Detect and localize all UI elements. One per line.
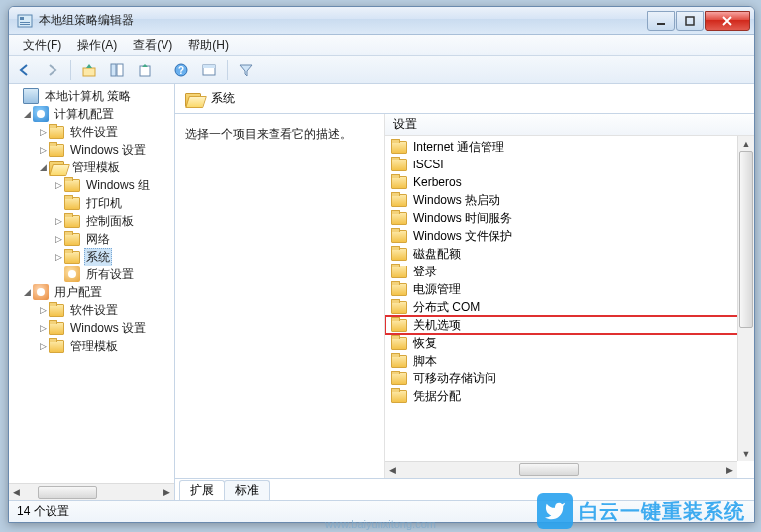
- svg-rect-4: [657, 23, 665, 25]
- svg-rect-8: [117, 64, 123, 76]
- list-item-label: Windows 时间服务: [413, 210, 512, 227]
- tree-printers[interactable]: 打印机: [9, 194, 174, 212]
- scroll-right-icon[interactable]: ▶: [722, 463, 737, 478]
- folder-open-icon: [49, 160, 66, 174]
- list-item[interactable]: iSCSI: [385, 156, 754, 173]
- up-level-button[interactable]: [77, 59, 101, 81]
- svg-rect-9: [140, 66, 150, 76]
- list-item-label: 电源管理: [413, 281, 461, 298]
- maximize-button[interactable]: [676, 11, 704, 31]
- minimize-button[interactable]: [647, 11, 675, 31]
- list-item-label: 分布式 COM: [413, 299, 480, 316]
- scroll-left-icon[interactable]: ◀: [9, 485, 24, 500]
- app-window: 本地组策略编辑器 文件(F) 操作(A) 查看(V) 帮助(H) ? 本地计算机…: [8, 6, 755, 523]
- settings-list[interactable]: Internet 通信管理iSCSIKerberosWindows 热启动Win…: [385, 136, 754, 407]
- help-button[interactable]: ?: [169, 59, 193, 81]
- close-button[interactable]: [705, 11, 750, 31]
- folder-open-icon: [185, 92, 203, 106]
- menu-view[interactable]: 查看(V): [125, 35, 180, 55]
- tree-windows-components[interactable]: ▷Windows 组: [9, 176, 174, 194]
- scrollbar-thumb[interactable]: [519, 463, 579, 476]
- back-button[interactable]: [13, 59, 37, 81]
- filter-button[interactable]: [234, 59, 258, 81]
- app-icon: [17, 13, 33, 29]
- list-item-label: Internet 通信管理: [413, 139, 504, 156]
- tree-root[interactable]: 本地计算机 策略: [9, 87, 174, 105]
- export-button[interactable]: [133, 59, 157, 81]
- tree-windows-settings-user[interactable]: ▷Windows 设置: [9, 319, 174, 337]
- list-item[interactable]: 登录: [385, 263, 754, 280]
- list-horizontal-scrollbar[interactable]: ◀ ▶: [385, 461, 737, 478]
- list-item[interactable]: Windows 时间服务: [385, 209, 754, 227]
- tree-admin-templates[interactable]: ◢管理模板: [9, 159, 174, 176]
- list-item[interactable]: Internet 通信管理: [385, 138, 754, 156]
- menu-help[interactable]: 帮助(H): [180, 35, 237, 55]
- list-item[interactable]: 脚本: [385, 352, 754, 370]
- list-item[interactable]: Windows 热启动: [385, 191, 754, 209]
- tree-admin-templates-user[interactable]: ▷管理模板: [9, 337, 174, 355]
- tree-computer-config[interactable]: ◢计算机配置: [9, 105, 174, 123]
- list-item[interactable]: Windows 文件保护: [385, 227, 754, 245]
- svg-rect-1: [20, 17, 24, 20]
- tree-control-panel[interactable]: ▷控制面板: [9, 212, 174, 230]
- tree-label: 所有设置: [84, 266, 136, 283]
- tree-software-settings-user[interactable]: ▷软件设置: [9, 301, 174, 319]
- list-item[interactable]: 电源管理: [385, 280, 754, 298]
- column-label: 设置: [393, 116, 417, 133]
- tree-user-config[interactable]: ◢用户配置: [9, 283, 174, 301]
- list-item[interactable]: 凭据分配: [385, 387, 754, 405]
- toolbar-separator: [163, 60, 163, 80]
- folder-icon: [64, 197, 80, 210]
- tree-horizontal-scrollbar[interactable]: ◀ ▶: [9, 483, 174, 500]
- list-body: Internet 通信管理iSCSIKerberosWindows 热启动Win…: [385, 136, 754, 478]
- tree-network[interactable]: ▷网络: [9, 230, 174, 248]
- tree-windows-settings[interactable]: ▷Windows 设置: [9, 141, 174, 159]
- scroll-down-icon[interactable]: ▼: [738, 446, 754, 461]
- list-item[interactable]: 关机选项: [385, 316, 754, 334]
- folder-icon: [64, 233, 80, 246]
- tab-standard[interactable]: 标准: [224, 480, 270, 500]
- svg-rect-5: [686, 17, 694, 25]
- tree-system[interactable]: ▷系统: [9, 248, 174, 266]
- tree-label: Windows 组: [84, 177, 152, 194]
- folder-icon: [49, 322, 64, 335]
- scrollbar-thumb[interactable]: [739, 151, 753, 328]
- tree-view[interactable]: 本地计算机 策略 ◢计算机配置 ▷软件设置 ▷Windows 设置 ◢管理模板 …: [9, 84, 174, 483]
- folder-icon: [49, 340, 64, 353]
- svg-text:?: ?: [178, 65, 184, 76]
- scroll-left-icon[interactable]: ◀: [385, 463, 400, 478]
- scrollbar-thumb[interactable]: [38, 486, 97, 499]
- menu-action[interactable]: 操作(A): [69, 35, 125, 55]
- list-item[interactable]: 分布式 COM: [385, 298, 754, 316]
- folder-icon: [391, 372, 407, 385]
- scroll-up-icon[interactable]: ▲: [738, 136, 754, 151]
- titlebar[interactable]: 本地组策略编辑器: [9, 7, 754, 35]
- folder-icon: [391, 390, 407, 403]
- list-item[interactable]: 磁盘配额: [385, 245, 754, 263]
- list-item[interactable]: Kerberos: [385, 173, 754, 191]
- tab-extended[interactable]: 扩展: [179, 480, 225, 500]
- folder-icon: [391, 159, 407, 171]
- list-item[interactable]: 恢复: [385, 334, 754, 352]
- toolbar-separator: [227, 60, 228, 80]
- svg-rect-6: [83, 68, 95, 76]
- list-item-label: 可移动存储访问: [413, 371, 496, 387]
- properties-button[interactable]: [197, 59, 221, 81]
- list-column-header[interactable]: 设置: [385, 114, 754, 136]
- list-pane: 设置 Internet 通信管理iSCSIKerberosWindows 热启动…: [385, 114, 754, 478]
- folder-icon: [391, 194, 407, 207]
- computer-icon: [33, 106, 49, 122]
- list-item[interactable]: 可移动存储访问: [385, 370, 754, 387]
- tree-software-settings[interactable]: ▷软件设置: [9, 123, 174, 141]
- folder-icon: [391, 319, 407, 332]
- scrollbar-track[interactable]: [738, 151, 754, 446]
- list-item-label: 脚本: [413, 353, 437, 370]
- forward-button[interactable]: [41, 59, 64, 81]
- menu-file[interactable]: 文件(F): [15, 35, 69, 55]
- details-pane: 系统 选择一个项目来查看它的描述。 设置 Internet 通信管理iSCSIK…: [175, 84, 754, 500]
- scroll-right-icon[interactable]: ▶: [160, 485, 174, 500]
- vertical-scrollbar[interactable]: ▲ ▼: [737, 136, 754, 461]
- show-hide-tree-button[interactable]: [105, 59, 129, 81]
- tree-all-settings[interactable]: 所有设置: [9, 266, 174, 283]
- tree-label: 本地计算机 策略: [43, 88, 133, 105]
